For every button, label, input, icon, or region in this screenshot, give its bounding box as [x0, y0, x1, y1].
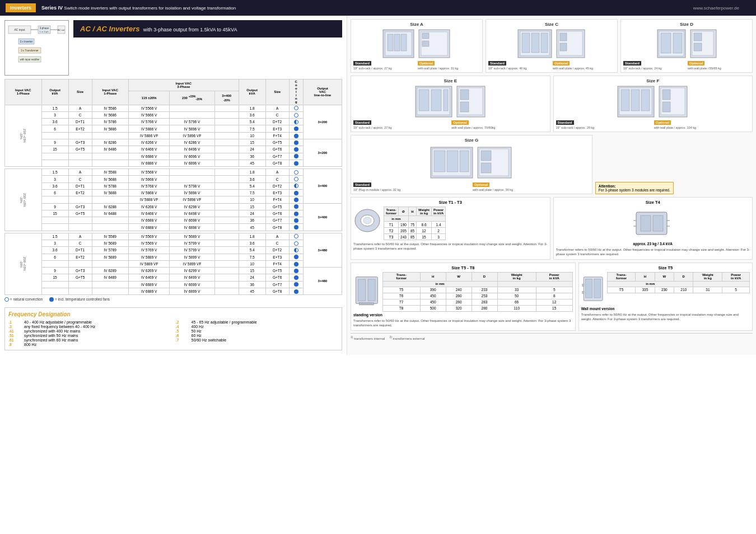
frequency-title: Frequency Designation — [8, 311, 338, 317]
legend-natural: = natural convection — [4, 297, 43, 302]
freq-value: 60 Hz — [192, 334, 339, 338]
attention-text: For 3-phase system 3 modules are require… — [599, 188, 670, 192]
svg-rect-61 — [434, 151, 445, 172]
table-row: 3.6D+T1IV 5788 IV 5768 VIV 5798 V 5.4D+T… — [5, 182, 342, 189]
table-row: IV 6688 VIV 6698 V 36G+T7 — [5, 217, 342, 224]
t5wall-note: Transformers refer to 50/60 Hz at the ou… — [581, 312, 750, 322]
size-d-title: Size D — [623, 22, 750, 27]
freq-value: synchronized with 400 Hz mains — [24, 329, 171, 333]
svg-point-70 — [363, 217, 371, 224]
svg-rect-27 — [531, 33, 539, 53]
svg-rect-72 — [641, 216, 651, 231]
size-d-optional-label: Optional with wall plate / 55/65 kg — [688, 61, 750, 70]
cooling-indicator — [294, 120, 298, 124]
natural-convection-icon — [4, 297, 9, 302]
svg-rect-58 — [662, 102, 670, 112]
t5t8-content: Trans-former H W D Weightin kg Powerin k… — [353, 272, 573, 312]
th-output-kva1: OutputkVA — [41, 79, 68, 105]
size-c-optional-diagram — [556, 29, 586, 59]
svg-rect-79 — [358, 279, 366, 301]
size-a-block: Size A — [351, 19, 483, 73]
cooling-indicator — [294, 289, 298, 294]
size-e-block: Size E — [351, 76, 550, 132]
th-output-vac: OutputVACline-to-line — [303, 79, 342, 105]
transformer-t5t8: Size T5 - T8 Trans-former H W — [351, 263, 576, 331]
cooling-indicator — [294, 161, 298, 166]
svg-rect-57 — [662, 90, 670, 100]
freq-key: .4 — [176, 325, 187, 329]
cooling-indicator — [294, 241, 298, 246]
size-g-labels: Standard 19" Plug-in module / approx. 32… — [353, 182, 590, 191]
cooling-indicator — [294, 140, 298, 145]
size-g-optional-diagram — [477, 144, 513, 181]
table-row: IV 6689 VIV 6699 V 36G+T7 — [5, 281, 342, 288]
t4-weight: approx. 23 kg / 3.4 kVA — [556, 242, 750, 246]
th-size1: Size — [68, 79, 92, 105]
size-g-title: Size G — [353, 138, 590, 143]
table-row: 6E+T2 IV 5886 IV 5886 VIV 5896 V 7.5E+T3 — [5, 125, 342, 132]
freq-value: 50 Hz — [192, 329, 339, 333]
th-size2: Size — [265, 79, 289, 105]
freq-key: .7 — [176, 338, 187, 342]
table-row: T220585122 — [384, 228, 446, 234]
svg-rect-18 — [394, 34, 400, 51]
freq-key: .8 — [8, 343, 20, 346]
t1t3-content: Trans-former Ø H Weightin kg Powerin kVA… — [353, 207, 548, 240]
right-panel: Size A — [347, 16, 756, 355]
size-g-block: Size G — [351, 135, 592, 194]
freq-value: any fixed frequency between 40 - 400 Hz — [24, 325, 171, 329]
page-title-box: AC / AC Inverters with 3-phase output fr… — [73, 20, 342, 38]
cooling-indicator — [294, 191, 298, 195]
cooling-indicator — [294, 184, 298, 188]
series-description: Series IV Switch mode inverters with out… — [41, 5, 693, 11]
attention-box: Attention: For 3-phase system 3 modules … — [595, 182, 674, 194]
size-f-diagram — [617, 85, 656, 119]
cooling-indicator — [294, 234, 298, 238]
size-d-standard-label: Standard 19" sub-rack / approx. 24 kg — [623, 61, 685, 70]
sizes-row1: Size A — [351, 19, 753, 73]
table-row: T74502802836612 — [382, 299, 572, 305]
svg-rect-26 — [522, 33, 530, 53]
cooling-indicator — [294, 218, 298, 223]
svg-rect-80 — [368, 279, 375, 301]
table-row: IV 6889 VIV 6899 V 45G+T8 — [5, 288, 342, 294]
table-row: 9G+T3IV 6289 IV 6269 VIV 6299 V 15G+T5 3… — [5, 268, 342, 274]
th-cooling: Cooling — [289, 79, 303, 105]
svg-rect-35 — [661, 33, 671, 53]
t4-title: Size T4 — [556, 200, 750, 205]
table-row: IV 5889 VFIV 5899 VF 10F+T4 — [5, 260, 342, 267]
freq-value: synchronized with 60 Hz mains — [24, 338, 171, 342]
size-d-block: Size D — [620, 19, 753, 73]
svg-rect-66 — [481, 151, 491, 161]
main-layout: AC input 3-phase 1 or 3-ph. AC out 3 x I… — [0, 16, 756, 355]
table-row: 9G+T3IV 6288 IV 6268 VIV 6298 V 15G+T5 3… — [5, 203, 342, 210]
size-d-images — [623, 29, 750, 59]
attention-title: Attention: — [599, 184, 616, 188]
svg-rect-31 — [560, 33, 567, 41]
t1t3-title: Size T1 - T3 — [353, 200, 548, 205]
size-f-title: Size F — [556, 78, 750, 83]
svg-rect-44 — [431, 90, 441, 111]
table-row: T6450280253508 — [382, 293, 572, 299]
brand-label: Inverters — [6, 3, 36, 12]
th-input-1ph-col2: Input VAC1-Phase — [92, 79, 129, 105]
freq-key: .6 — [176, 334, 187, 338]
size-c-optional-label: Optional with wall plate / approx. 45 kg — [553, 61, 615, 70]
table-row: T5390240233335 — [382, 287, 572, 293]
size-e-labels: Standard 19" sub-rack / approx. 27 kg Op… — [353, 120, 548, 129]
size-e-diagram — [414, 85, 454, 119]
svg-text:3 x Inverter: 3 x Inverter — [20, 40, 33, 43]
cooling-indicator — [294, 255, 298, 259]
size-c-diagram — [517, 29, 553, 59]
table-row: 3CIV 5689 IV 5569 VIV 5799 V 3.6C — [5, 240, 342, 246]
svg-rect-43 — [419, 90, 429, 111]
svg-rect-19 — [401, 34, 407, 51]
attention-container: Attention: For 3-phase system 3 modules … — [595, 135, 753, 194]
th-sub-230: 230 +15%-20% — [170, 91, 215, 105]
svg-rect-48 — [460, 90, 469, 100]
svg-rect-49 — [460, 102, 469, 112]
cooling-indicator — [294, 106, 298, 110]
transformer-t5-wall: Size T5 Trans-former H — [578, 263, 753, 331]
svg-rect-36 — [673, 33, 682, 53]
size-f-block: Size F — [553, 76, 753, 132]
